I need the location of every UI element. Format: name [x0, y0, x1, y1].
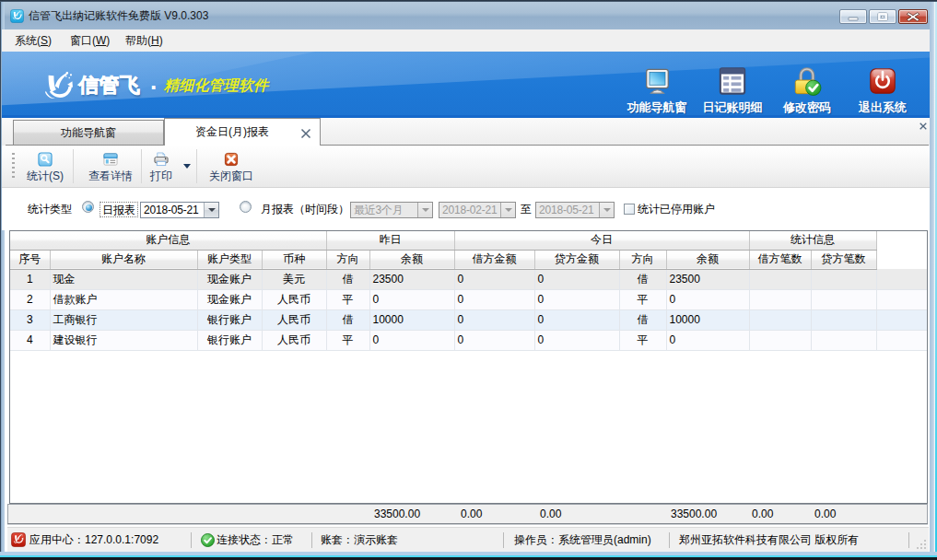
- banner-button-journal-detail[interactable]: 日记账明细: [693, 66, 772, 116]
- tab-fund-report[interactable]: 资金日(月)报表: [164, 118, 321, 146]
- table-header-row: 序号 账户名称 账户类型 币种 方向 余额 借方金额 贷方金额 方向 余额 借方…: [10, 250, 927, 269]
- range-to-combo[interactable]: 2018-05-21: [535, 202, 615, 218]
- banner-button-label: 退出系统: [843, 99, 922, 116]
- maximize-icon: [870, 10, 896, 23]
- toolbar-button-label: 查看详情: [85, 170, 136, 182]
- table-row[interactable]: 3 工商银行 银行账户 人民币 借 10000 0 0 借 10000: [10, 309, 927, 330]
- cell-credit-count: [811, 289, 876, 309]
- toolbar-button-close-window[interactable]: 关闭窗口: [204, 152, 259, 187]
- daily-report-label[interactable]: 日报表: [100, 202, 138, 217]
- cell-account-type: 银行账户: [197, 309, 262, 330]
- monthly-report-label[interactable]: 月报表（时间段）: [261, 188, 349, 230]
- cell-index: 2: [10, 289, 50, 309]
- cell-debit-count: [749, 289, 811, 309]
- menu-label: ): [48, 34, 52, 47]
- menu-item-window[interactable]: 窗口(W): [64, 29, 115, 52]
- col-header-debit[interactable]: 借方金额: [454, 250, 534, 269]
- col-header-credit[interactable]: 贷方金额: [534, 250, 619, 269]
- cell-credit: 0: [534, 330, 619, 350]
- combo-dropdown-icon[interactable]: [204, 203, 218, 217]
- col-header-account-name[interactable]: 账户名称: [50, 250, 197, 269]
- cell-direction-t: 平: [619, 330, 666, 350]
- table-row[interactable]: 4 建设银行 银行账户 人民币 平 0 0 0 平 0: [10, 330, 927, 350]
- cell-debit: 0: [454, 269, 534, 289]
- printer-icon: [154, 152, 169, 167]
- table-row[interactable]: 2 借款账户 现金账户 人民币 平 0 0 0 平 0: [10, 289, 927, 309]
- group-header-today[interactable]: 今日: [454, 231, 749, 250]
- cell-direction-y: 平: [326, 330, 369, 350]
- summary-debit-count: 0.00: [752, 505, 773, 523]
- brand-name: 信管飞: [78, 75, 141, 97]
- radio-dot: [86, 204, 92, 211]
- banner-button-nav-window[interactable]: 功能导航窗: [617, 66, 697, 116]
- col-header-filler: [876, 250, 927, 269]
- brand-dot: ·: [150, 76, 158, 99]
- menu-item-system[interactable]: 系统(S): [9, 29, 57, 52]
- toolbar-button-view-detail[interactable]: 查看详情: [85, 152, 136, 187]
- maximize-button[interactable]: [869, 9, 896, 24]
- group-header-account-info[interactable]: 账户信息: [10, 231, 326, 250]
- table-row[interactable]: 1 现金 现金账户 美元 借 23500 0 0 借 23500: [10, 269, 927, 289]
- col-header-balance-t[interactable]: 余额: [666, 250, 749, 269]
- banner-button-change-password[interactable]: 修改密码: [767, 66, 847, 116]
- cell-balance-t: 0: [666, 289, 749, 309]
- menu-item-help[interactable]: 帮助(H): [120, 29, 169, 52]
- banner-button-exit-system[interactable]: 退出系统: [843, 66, 922, 116]
- cell-filler: [876, 269, 927, 289]
- banner-button-label: 修改密码: [767, 99, 847, 116]
- minimize-button[interactable]: [839, 9, 867, 24]
- toolbar-button-label: 打印: [146, 170, 176, 182]
- group-header-yesterday[interactable]: 昨日: [326, 231, 454, 250]
- cell-direction-t: 平: [619, 289, 666, 309]
- tabstrip-close-icon[interactable]: [919, 122, 927, 130]
- col-header-credit-count[interactable]: 贷方笔数: [811, 250, 876, 269]
- cell-filler: [876, 330, 927, 350]
- cell-direction-y: 借: [326, 309, 369, 330]
- include-disabled-checkbox[interactable]: [624, 204, 635, 215]
- tab-close-icon[interactable]: [300, 128, 311, 139]
- status-separator: [503, 532, 504, 548]
- monthly-report-radio[interactable]: [240, 201, 252, 213]
- col-header-account-type[interactable]: 账户类型: [197, 250, 262, 269]
- toolbar-button-print[interactable]: 打印: [146, 152, 176, 187]
- window-title: 信管飞出纳记账软件免费版 V9.0.303: [29, 2, 208, 29]
- col-header-currency[interactable]: 币种: [262, 250, 326, 269]
- close-window-icon: [224, 152, 239, 167]
- app-icon[interactable]: [10, 9, 24, 23]
- cell-direction-t: 借: [619, 269, 666, 289]
- range-from-combo[interactable]: 2018-02-21: [439, 202, 516, 218]
- group-header-statistics[interactable]: 统计信息: [749, 231, 876, 250]
- banner-button-label: 日记账明细: [693, 99, 772, 116]
- connection-ok-icon: [201, 533, 215, 547]
- menu-label: 窗口(: [70, 34, 96, 47]
- summary-credit-count: 0.00: [814, 505, 836, 523]
- col-header-debit-count[interactable]: 借方笔数: [749, 250, 811, 269]
- resize-grip[interactable]: [916, 539, 927, 550]
- combo-dropdown-icon: [599, 203, 614, 217]
- menu-label: 帮助(: [125, 34, 151, 47]
- status-separator: [311, 532, 312, 548]
- cell-account-name: 工商银行: [50, 309, 197, 330]
- menubar: 系统(S) 窗口(W) 帮助(H): [2, 29, 930, 52]
- close-button[interactable]: [898, 9, 928, 24]
- cell-balance-y: 0: [369, 330, 454, 350]
- range-preset-combo[interactable]: 最近3个月: [350, 202, 433, 218]
- print-dropdown-arrow[interactable]: [183, 164, 191, 169]
- col-header-index[interactable]: 序号: [10, 250, 50, 269]
- include-disabled-label[interactable]: 统计已停用账户: [638, 188, 715, 230]
- daily-report-radio[interactable]: [82, 201, 94, 213]
- daily-date-combo[interactable]: 2018-05-21: [140, 202, 219, 218]
- cell-balance-t: 10000: [666, 309, 749, 330]
- toolbar-button-statistics[interactable]: 统计(S): [21, 152, 69, 187]
- cell-debit: 0: [454, 330, 534, 350]
- power-icon: [868, 66, 897, 96]
- col-header-balance-y[interactable]: 余额: [369, 250, 454, 269]
- cell-debit-count: [749, 309, 811, 330]
- cell-account-name: 建设银行: [50, 330, 197, 350]
- summary-band: 33500.00 0.00 0.00 33500.00 0.00 0.00: [7, 504, 928, 523]
- report-table: 账户信息 昨日 今日 统计信息 序号 账户名称 账户类型 币种 方向 余额 借方…: [10, 231, 927, 351]
- statusbar: 应用中心：127.0.0.1:7092 连接状态：正常 账套：演示账套 操作员：…: [7, 527, 929, 552]
- col-header-direction-y[interactable]: 方向: [326, 250, 369, 269]
- col-header-direction-t[interactable]: 方向: [619, 250, 666, 269]
- tab-nav-window[interactable]: 功能导航窗: [13, 120, 164, 145]
